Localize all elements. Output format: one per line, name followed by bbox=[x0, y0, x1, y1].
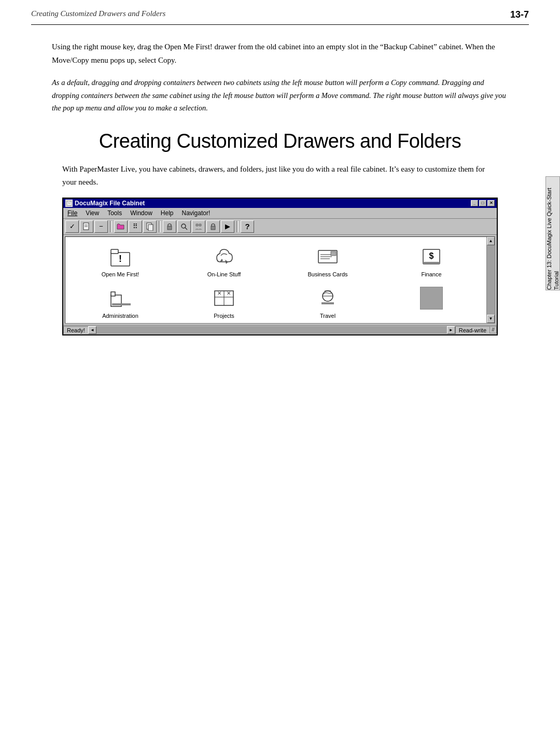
svg-rect-21 bbox=[423, 262, 440, 264]
maximize-button[interactable]: □ bbox=[479, 200, 486, 206]
svg-rect-12 bbox=[111, 249, 118, 254]
cabinet-grid: ! Open Me First! bbox=[65, 237, 486, 323]
administration-icon bbox=[108, 286, 133, 311]
menu-navigator[interactable]: Navigator! bbox=[180, 209, 213, 217]
menu-view[interactable]: View bbox=[83, 209, 101, 217]
svg-point-6 bbox=[181, 224, 186, 228]
scroll-down[interactable]: ▼ bbox=[487, 315, 495, 323]
menu-help[interactable]: Help bbox=[159, 209, 176, 217]
svg-rect-10 bbox=[211, 226, 215, 230]
toolbar-sep1 bbox=[110, 221, 112, 232]
cabinet-item-travel[interactable]: Travel bbox=[276, 282, 380, 323]
svg-text:✕: ✕ bbox=[227, 290, 231, 296]
scroll-track-h bbox=[96, 326, 447, 334]
toolbar-page[interactable] bbox=[143, 220, 157, 233]
status-ready: Ready! bbox=[63, 326, 88, 334]
right-tab-text: Chapter 13: DocuMagix Live Quick-Start T… bbox=[545, 177, 560, 290]
page-number: 13-7 bbox=[510, 9, 529, 20]
empty-icon bbox=[419, 286, 444, 311]
toolbar-sep2 bbox=[159, 221, 161, 232]
toolbar-arrow[interactable]: ▶ bbox=[221, 220, 234, 233]
scroll-left[interactable]: ◄ bbox=[88, 326, 96, 334]
projects-icon: ✕ ✕ bbox=[212, 286, 236, 311]
cabinet-item-finance[interactable]: $ Finance bbox=[380, 240, 483, 282]
finance-label: Finance bbox=[421, 271, 441, 277]
titlebar-left: 🗂 DocuMagix File Cabinet bbox=[65, 200, 145, 207]
main-content: Using the right mouse key, drag the Open… bbox=[0, 25, 560, 335]
right-tab[interactable]: Chapter 13: DocuMagix Live Quick-Start T… bbox=[545, 176, 560, 290]
businesscards-label: Business Cards bbox=[307, 271, 347, 277]
onlinestuff-label: On-Line Stuff bbox=[207, 271, 241, 277]
cabinet-item-projects[interactable]: ✕ ✕ Projects bbox=[172, 282, 276, 323]
scroll-up[interactable]: ▲ bbox=[487, 237, 495, 245]
cabinet-item-openmefirst[interactable]: ! Open Me First! bbox=[68, 240, 172, 282]
svg-rect-18 bbox=[331, 251, 336, 256]
resize-grip[interactable]: // bbox=[489, 326, 497, 333]
titlebar-buttons[interactable]: _ □ ✕ bbox=[471, 200, 495, 206]
travel-icon bbox=[315, 286, 340, 311]
svg-point-8 bbox=[195, 223, 199, 227]
travel-label: Travel bbox=[320, 313, 335, 319]
svg-rect-23 bbox=[111, 292, 115, 296]
intro-paragraph: With PaperMaster Live, you have cabinets… bbox=[52, 163, 508, 189]
window-title: DocuMagix File Cabinet bbox=[75, 200, 145, 207]
openmefirst-label: Open Me First! bbox=[102, 271, 139, 277]
svg-text:!: ! bbox=[119, 254, 122, 264]
toolbar-doc[interactable] bbox=[80, 220, 93, 233]
win95-toolbar: ✓ − ⠿ bbox=[63, 219, 497, 235]
svg-line-7 bbox=[185, 228, 187, 230]
close-button[interactable]: ✕ bbox=[487, 200, 495, 206]
toolbar-people[interactable] bbox=[192, 220, 205, 233]
toolbar-folder[interactable] bbox=[114, 220, 128, 233]
projects-label: Projects bbox=[214, 313, 234, 319]
win95-window: 🗂 DocuMagix File Cabinet _ □ ✕ File View… bbox=[62, 198, 498, 335]
bottom-bar: Ready! ◄ ► Read-write // bbox=[63, 325, 497, 334]
svg-rect-24 bbox=[112, 303, 131, 305]
toolbar-lock2[interactable] bbox=[206, 220, 220, 233]
toolbar-sep3 bbox=[236, 221, 239, 232]
toolbar-lock[interactable] bbox=[163, 220, 176, 233]
win95-menubar: File View Tools Window Help Navigator! bbox=[63, 208, 497, 219]
finance-icon: $ bbox=[419, 244, 444, 269]
svg-text:✕: ✕ bbox=[217, 290, 221, 296]
section-heading: Creating Customized Drawers and Folders bbox=[52, 130, 508, 152]
italic-note: As a default, dragging and dropping cont… bbox=[52, 76, 508, 115]
svg-rect-5 bbox=[167, 226, 172, 230]
svg-rect-4 bbox=[148, 225, 153, 231]
vertical-scrollbar[interactable]: ▲ ▼ bbox=[486, 237, 495, 323]
status-readwrite: Read-write bbox=[455, 326, 489, 334]
toolbar-minus[interactable]: − bbox=[94, 220, 108, 233]
administration-label: Administration bbox=[102, 313, 138, 319]
scroll-right[interactable]: ► bbox=[447, 326, 455, 334]
content-area-wrapper: ! Open Me First! bbox=[65, 236, 495, 324]
menu-file[interactable]: File bbox=[65, 209, 79, 217]
menu-tools[interactable]: Tools bbox=[105, 209, 124, 217]
svg-rect-31 bbox=[321, 302, 334, 304]
cabinet-item-businesscards[interactable]: Business Cards bbox=[276, 240, 380, 282]
page-container: Chapter 13: DocuMagix Live Quick-Start T… bbox=[0, 0, 560, 743]
win95-titlebar: 🗂 DocuMagix File Cabinet _ □ ✕ bbox=[63, 199, 497, 208]
toolbar-search[interactable] bbox=[177, 220, 191, 233]
toolbar-help[interactable]: ? bbox=[241, 220, 254, 233]
menu-window[interactable]: Window bbox=[128, 209, 155, 217]
cabinet-item-administration[interactable]: Administration bbox=[68, 282, 172, 323]
app-icon: 🗂 bbox=[65, 200, 73, 207]
header-section: Creating Customized Drawers and Folders … bbox=[0, 0, 560, 20]
toolbar-dots[interactable]: ⠿ bbox=[129, 220, 142, 233]
businesscards-icon bbox=[315, 244, 340, 269]
cabinet-item-empty bbox=[380, 282, 483, 323]
toolbar-check[interactable]: ✓ bbox=[65, 220, 79, 233]
svg-text:$: $ bbox=[429, 251, 434, 260]
step-1-text: Using the right mouse key, drag the Open… bbox=[52, 40, 508, 67]
cabinet-item-onlinestuff[interactable]: On-Line Stuff bbox=[172, 240, 276, 282]
header-title: Creating Customized Drawers and Folders bbox=[31, 9, 165, 18]
onlinestuff-icon bbox=[212, 244, 236, 269]
scroll-track-v bbox=[487, 245, 495, 315]
openmefirst-icon: ! bbox=[108, 244, 133, 269]
minimize-button[interactable]: _ bbox=[471, 200, 478, 206]
svg-point-9 bbox=[199, 223, 202, 227]
